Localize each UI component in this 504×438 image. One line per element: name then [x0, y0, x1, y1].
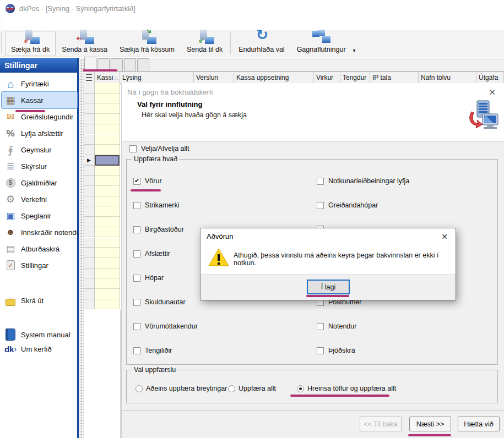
column-header[interactable]: Tengdur: [340, 72, 370, 83]
table-row[interactable]: [84, 114, 120, 124]
row-selector-cell[interactable]: [84, 94, 95, 104]
column-header[interactable]: Útgáfa: [476, 72, 504, 83]
toolbar-button[interactable]: Sækja frá kössum: [113, 31, 181, 56]
kassi-cell[interactable]: [95, 124, 120, 135]
import-option-checkbox[interactable]: Þjóðskrá: [317, 347, 355, 354]
row-selector-cell[interactable]: [84, 186, 95, 196]
kassi-cell[interactable]: [95, 155, 120, 166]
sidebar-item[interactable]: Lyfja afslættir: [1, 124, 78, 142]
sidebar-item[interactable]: Verkefni: [1, 190, 78, 208]
sidebar-item[interactable]: Um kerfið: [1, 340, 78, 358]
import-option-checkbox[interactable]: Greiðandahópar: [317, 201, 378, 209]
table-row[interactable]: [84, 103, 120, 114]
table-row[interactable]: [84, 145, 120, 155]
row-selector-cell[interactable]: [84, 83, 95, 94]
sidebar-item[interactable]: Kassar: [1, 91, 78, 109]
table-row[interactable]: [84, 124, 120, 135]
row-selector-cell[interactable]: [84, 258, 95, 269]
kassi-cell[interactable]: [95, 186, 120, 196]
kassi-cell[interactable]: [95, 196, 120, 207]
menu-item[interactable]: [36, 22, 46, 25]
kassi-cell[interactable]: [95, 227, 120, 238]
dropdown-arrow-icon[interactable]: ▾: [353, 47, 356, 53]
menu-item[interactable]: [26, 22, 36, 25]
sidebar-item[interactable]: Stillingar: [1, 256, 78, 274]
table-row[interactable]: [84, 238, 120, 248]
column-header[interactable]: Kassa uppsetning: [234, 72, 314, 83]
row-selector-cell[interactable]: [84, 176, 95, 186]
table-row[interactable]: [84, 289, 120, 299]
sidebar-item[interactable]: Skrá út: [1, 292, 78, 309]
kassi-cell[interactable]: [95, 258, 120, 269]
wizard-nav-button[interactable]: Hætta við: [458, 417, 500, 431]
toolbar-button[interactable]: Endurhlaða val: [232, 31, 290, 56]
tab[interactable]: [137, 58, 149, 71]
row-selector-cell[interactable]: [84, 248, 95, 258]
toolbar-button[interactable]: Senda til dk: [181, 31, 229, 56]
wizard-nav-button[interactable]: << Til baka: [360, 417, 402, 431]
table-row[interactable]: [84, 83, 120, 94]
kassi-cell[interactable]: [95, 278, 120, 289]
import-option-checkbox[interactable]: Strikamerki: [133, 201, 180, 209]
column-header[interactable]: Lýsing: [120, 72, 194, 83]
import-option-checkbox[interactable]: Tengiliðir: [133, 347, 172, 354]
column-header[interactable]: Verslun: [194, 72, 234, 83]
menu-item[interactable]: [7, 22, 17, 25]
table-row[interactable]: [84, 227, 120, 238]
sidebar-item[interactable]: Fyrirtæki: [1, 75, 78, 92]
column-header[interactable]: Kassi △: [95, 72, 120, 83]
table-row[interactable]: [84, 196, 120, 207]
table-row[interactable]: [84, 248, 120, 258]
kassi-cell[interactable]: [95, 289, 120, 299]
row-selector-header[interactable]: [84, 72, 95, 83]
toolbar-button[interactable]: Sækja frá dk: [5, 31, 56, 56]
row-selector-cell[interactable]: [84, 299, 95, 310]
select-all-checkbox[interactable]: Velja/Afvelja allt: [129, 145, 189, 152]
table-row[interactable]: ▶: [84, 155, 120, 166]
table-row[interactable]: [84, 206, 120, 217]
tab[interactable]: [124, 58, 136, 71]
table-row[interactable]: [84, 186, 120, 196]
wizard-nav-button[interactable]: Næsti >>: [409, 417, 451, 431]
table-row[interactable]: [84, 176, 120, 186]
kassi-cell[interactable]: [95, 166, 120, 176]
table-row[interactable]: [84, 166, 120, 176]
row-selector-cell[interactable]: [84, 269, 95, 279]
row-selector-cell[interactable]: [84, 124, 95, 135]
sidebar-item[interactable]: Speglanir: [1, 207, 78, 225]
import-option-checkbox[interactable]: Hópar: [133, 274, 164, 282]
kassi-cell[interactable]: [95, 145, 120, 155]
kassi-cell[interactable]: [95, 83, 120, 94]
sidebar-item[interactable]: Innskráðir notendur: [1, 223, 78, 241]
kassi-cell[interactable]: [95, 135, 120, 145]
update-mode-radio[interactable]: Aðeins uppfæra breytingar: [136, 385, 227, 392]
table-row[interactable]: [84, 269, 120, 279]
kassi-cell[interactable]: [95, 94, 120, 104]
row-selector-cell[interactable]: [84, 145, 95, 155]
row-selector-cell[interactable]: ▶: [84, 155, 95, 166]
table-row[interactable]: [84, 299, 120, 310]
import-option-checkbox[interactable]: Notkunarleiðbeiningar lyfja: [317, 177, 409, 185]
import-option-checkbox[interactable]: Birgðastöður: [133, 226, 184, 233]
menu-item[interactable]: [17, 22, 26, 25]
close-icon[interactable]: ✕: [440, 231, 449, 242]
row-selector-cell[interactable]: [84, 196, 95, 207]
dialog-title-bar[interactable]: Aðvörun ✕: [200, 228, 456, 244]
table-row[interactable]: [84, 135, 120, 145]
toolbar-button[interactable]: Senda á kassa: [56, 31, 113, 56]
sidebar-item[interactable]: Geymslur: [1, 141, 78, 158]
row-selector-cell[interactable]: [84, 238, 95, 248]
row-selector-cell[interactable]: [84, 217, 95, 227]
row-selector-cell[interactable]: [84, 206, 95, 217]
kassi-cell[interactable]: [95, 217, 120, 227]
sidebar-item[interactable]: Skýrslur: [1, 157, 78, 175]
update-mode-radio[interactable]: Hreinsa töflur og uppfæra allt: [297, 385, 396, 392]
menu-item[interactable]: [46, 22, 56, 25]
row-selector-cell[interactable]: [84, 135, 95, 145]
table-row[interactable]: [84, 94, 120, 104]
row-selector-cell[interactable]: [84, 289, 95, 299]
update-mode-radio[interactable]: Uppfæra allt: [228, 385, 276, 392]
table-row[interactable]: [84, 278, 120, 289]
row-selector-cell[interactable]: [84, 278, 95, 289]
sidebar-item[interactable]: Atburðaskrá: [1, 240, 78, 258]
